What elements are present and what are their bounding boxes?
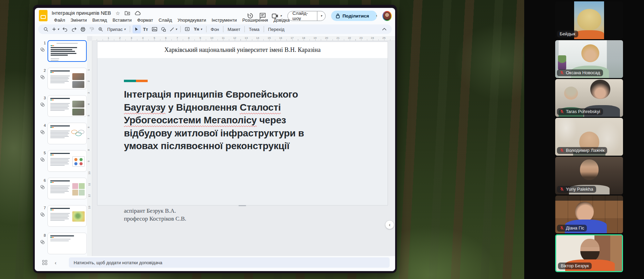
transition-indicator-icon[interactable] [40, 102, 46, 109]
hruler-number: 18 [302, 36, 305, 40]
menu-2[interactable]: Змінити [68, 17, 89, 23]
collapse-filmstrip-icon[interactable]: ‹ [55, 260, 56, 266]
muted-mic-icon [560, 148, 564, 153]
redo-icon[interactable] [70, 25, 78, 33]
comments-icon[interactable] [259, 12, 266, 19]
transition-button[interactable]: Перехід [266, 25, 286, 33]
vruler-number: 10 [88, 171, 91, 175]
share-button[interactable]: Поділитися ▾ [331, 11, 377, 21]
meet-call-icon[interactable]: ▾ [272, 13, 282, 19]
version-history-icon[interactable] [247, 12, 254, 19]
hruler-number: 14 [256, 36, 259, 40]
document-title[interactable]: Інтеграція принципів NEB [52, 10, 111, 16]
slide-title[interactable]: Інтеграція принципів ЄвропейськогоБаугау… [124, 88, 337, 153]
transition-indicator-icon[interactable] [40, 75, 46, 81]
layout-button[interactable]: Макет [226, 25, 242, 33]
notes-bar: ‹ Натисніть, щоб додати нотатки доповіда… [35, 256, 395, 271]
theme-button[interactable]: Тема [247, 25, 261, 33]
participant-tile-4[interactable]: Володимир Лажнік [555, 118, 623, 156]
transition-indicator-icon[interactable] [40, 239, 46, 246]
textbox-tool[interactable]: Тт [141, 25, 150, 33]
menu-5[interactable]: Формат [135, 17, 156, 23]
slideshow-dropdown-caret[interactable]: ▾ [317, 11, 325, 21]
hruler-number: 6 [165, 36, 167, 40]
share-dropdown-caret[interactable]: ▾ [372, 11, 377, 21]
hruler-number: 2 [119, 36, 120, 40]
slide-thumbnail-1[interactable] [47, 40, 87, 62]
hruler-number: 5 [154, 36, 155, 40]
participant-tile-7[interactable]: Віктор Безрук [555, 234, 623, 272]
menu-4[interactable]: Вставити [110, 17, 134, 23]
search-icon[interactable] [42, 25, 50, 33]
slide-title-line: Баугаузу у Відновлення Сталості [124, 101, 337, 114]
menu-3[interactable]: Вигляд [90, 17, 109, 23]
transition-indicator-icon[interactable] [40, 130, 46, 136]
editor-body: 12345678 1234567891011121314151617181920… [35, 36, 395, 256]
slide-authors[interactable]: аспірант Безрук В.А. професор Костріков … [124, 207, 186, 223]
participant-name-label: Yuriy Palekha [557, 186, 596, 193]
slide-thumbnail-8[interactable] [47, 233, 87, 254]
insert-line-tool[interactable]: ▾ [168, 25, 178, 33]
participant-name: Оксана Новосад [566, 70, 600, 75]
select-tool[interactable] [133, 25, 141, 33]
slide[interactable]: Харківський національний університет іме… [97, 42, 388, 205]
hruler-number: 20 [325, 36, 328, 40]
slide-thumbnail-3[interactable] [47, 95, 87, 117]
hruler-number: 17 [291, 36, 294, 40]
slide-thumbnail-row-6: 6 [38, 178, 87, 199]
participant-tile-5[interactable]: Yuriy Palekha [555, 157, 623, 194]
fit-zoom-select[interactable]: Припас▾ [106, 25, 127, 33]
menu-1[interactable]: Файл [52, 17, 67, 23]
transition-indicator-icon[interactable] [40, 185, 46, 191]
participant-tile-1[interactable]: Бейдык [555, 1, 623, 39]
yn-tool-button[interactable]: Yн▾ [192, 25, 204, 33]
vruler-number: 3 [87, 92, 90, 93]
participant-tile-2[interactable]: Оксана Новосад [555, 40, 623, 78]
slide-header-band[interactable]: Харківський національний університет іме… [97, 42, 388, 58]
slide-thumbnail-6[interactable] [47, 178, 87, 199]
header-actions: ▾ Слайд-шоу ▾ Поділитися ▾ [247, 9, 392, 21]
slide-thumbnail-row-5: 5 [38, 150, 87, 172]
star-icon[interactable]: ☆ [115, 11, 120, 16]
slide-thumbnail-5[interactable] [47, 150, 87, 172]
menu-6[interactable]: Слайд [156, 17, 175, 23]
slide-thumbnail-4[interactable] [47, 123, 87, 144]
participant-name-label: Taras Pohrebskyi [557, 108, 603, 115]
add-slide-button[interactable]: ▾ [51, 25, 60, 33]
print-icon[interactable] [79, 25, 87, 33]
insert-image-icon[interactable] [150, 25, 159, 33]
slideshow-button[interactable]: Слайд-шоу ▾ [287, 11, 326, 21]
app-header: Інтеграція принципів NEB ☆ ФайлЗмінитиВи… [35, 8, 395, 24]
canvas-scroll-dash[interactable] [239, 205, 246, 206]
participant-name: Yuriy Palekha [566, 187, 593, 192]
participant-tile-6[interactable]: Діана Гіс [555, 196, 623, 233]
insert-shape-icon[interactable] [159, 25, 168, 33]
slide-thumbnail-2[interactable] [47, 68, 87, 89]
slides-logo-icon[interactable] [39, 10, 47, 21]
transition-indicator-icon[interactable] [40, 157, 46, 164]
grid-view-icon[interactable] [42, 260, 47, 265]
transition-indicator-icon[interactable] [40, 47, 46, 54]
paint-format-icon[interactable] [88, 25, 96, 33]
slide-thumbnail-7[interactable] [47, 205, 87, 227]
zoom-icon[interactable] [97, 25, 105, 33]
account-avatar[interactable] [382, 11, 392, 21]
vruler-number: 12 [88, 194, 91, 197]
speaker-notes-input[interactable]: Натисніть, щоб додати нотатки доповідача [69, 257, 390, 268]
slide-number: 3 [44, 96, 46, 100]
vruler-number: 9 [87, 161, 90, 162]
menu-7[interactable]: Упорядкувати [175, 17, 209, 23]
collapse-toolbar-icon[interactable] [380, 25, 388, 33]
vruler-number: 4 [87, 103, 90, 105]
move-folder-icon[interactable] [125, 11, 130, 15]
transition-indicator-icon[interactable] [40, 212, 46, 219]
undo-icon[interactable] [61, 25, 69, 33]
meet-dropdown-caret[interactable]: ▾ [280, 14, 282, 18]
background-button[interactable]: Фон [209, 25, 221, 33]
slide-title-line: Урбогеосистеми Мегаполісу через [124, 114, 337, 127]
menu-8[interactable]: Інструменти [209, 17, 239, 23]
participant-tile-3[interactable]: Taras Pohrebskyi [555, 79, 623, 117]
insert-comment-icon[interactable] [183, 25, 191, 33]
menu-bar: ФайлЗмінитиВиглядВставитиФорматСлайдУпор… [52, 17, 247, 23]
collapse-sidebar-button[interactable]: ‹ [385, 220, 394, 229]
